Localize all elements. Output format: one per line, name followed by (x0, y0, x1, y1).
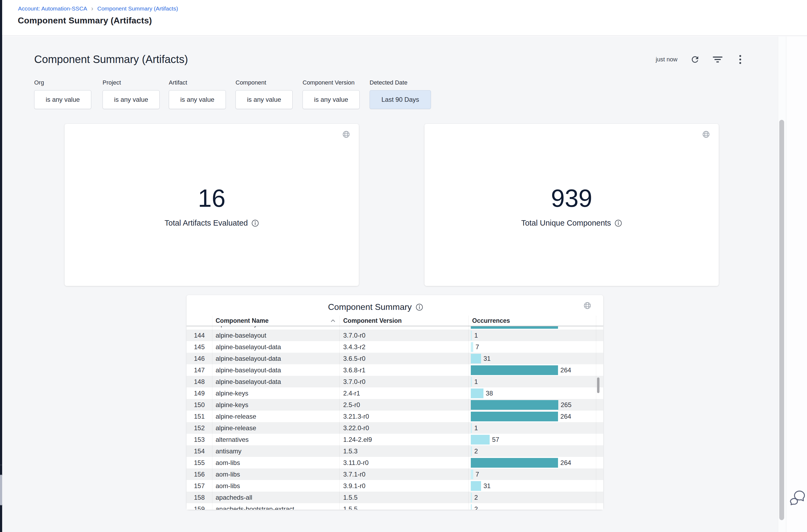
component-name-cell: aom-libs (212, 471, 340, 478)
component-summary-table-card: Component Summary Component Name Compone… (187, 295, 603, 510)
table-scrollbar-thumb[interactable] (597, 378, 599, 393)
component-version-cell: 3.9.1-r0 (340, 482, 468, 490)
table-row: 152alpine-release3.22.0-r01 (187, 422, 603, 434)
table-row: 153alternatives1.24-2.el957 (187, 434, 603, 445)
table-row: 156aom-libs3.7.1-r07 (187, 469, 603, 480)
column-header-component-version[interactable]: Component Version (340, 316, 468, 326)
row-index-cell: 146 (187, 355, 212, 362)
table-row: 150alpine-keys2.5-r0265 (187, 399, 603, 411)
stat-card-total-artifacts: 16 Total Artifacts Evaluated (64, 124, 359, 286)
filter-value-button-org[interactable]: is any value (34, 90, 91, 109)
occurrence-bar (471, 330, 472, 340)
info-icon[interactable] (251, 220, 259, 227)
table-row: 151alpine-release3.21.3-r0264 (187, 411, 603, 422)
occurrences-cell: 1 (468, 376, 603, 387)
component-name-cell: alpine-baselayout-data (212, 355, 340, 362)
component-name-cell: alpine-baselayout-data (212, 378, 340, 385)
occurrence-value: 31 (483, 482, 491, 490)
main-scrollbar-thumb[interactable] (779, 120, 784, 520)
column-header-component-name[interactable]: Component Name (212, 316, 340, 326)
component-name-cell: apacheds-all (212, 494, 340, 501)
info-icon[interactable] (416, 303, 423, 311)
refresh-button[interactable] (690, 54, 700, 64)
component-version-cell: 2.4-r1 (340, 390, 468, 397)
occurrence-bar (471, 354, 481, 363)
refresh-icon (690, 55, 700, 64)
occurrence-bar (471, 446, 472, 456)
breadcrumb-account-link[interactable]: Account: Automation-SSCA (18, 5, 87, 12)
occurrence-value: 265 (561, 401, 572, 409)
table-row: 149alpine-keys2.4-r138 (187, 387, 603, 399)
component-name-cell: alpine-release (212, 413, 340, 420)
top-bar: Account: Automation-SSCA › Component Sum… (2, 0, 807, 36)
filter-icon (712, 55, 723, 64)
occurrences-cell: 7 (468, 341, 603, 353)
row-index-cell: 153 (187, 436, 212, 443)
occurrence-value: 7 (476, 471, 479, 478)
component-version-cell: 3.7.0-r0 (340, 332, 468, 339)
filter-group-detected-date: Detected Date Last 90 Days (370, 79, 431, 109)
component-name-cell: alpine-baselayout-data (212, 343, 340, 351)
kpi-label: Total Artifacts Evaluated (165, 218, 248, 228)
kebab-menu-icon (739, 55, 741, 64)
filter-value-button-detected-date[interactable]: Last 90 Days (370, 90, 431, 109)
component-version-cell: 3.6.8-r1 (340, 326, 468, 328)
dashboard-filters-button[interactable] (712, 54, 723, 64)
occurrence-value: 264 (560, 459, 571, 467)
kpi-label: Total Unique Components (521, 218, 611, 228)
left-nav-scrollbar-thumb[interactable] (0, 475, 2, 505)
table-row: 155aom-libs3.11.0-r0264 (187, 457, 603, 469)
table-row: 159apacheds-bootstrap-extract1.5.52 (187, 503, 603, 510)
occurrences-cell: 1 (468, 329, 603, 341)
component-version-cell: 3.21.3-r0 (340, 413, 468, 420)
occurrence-value: 2 (474, 448, 478, 455)
table-card-title: Component Summary (328, 302, 411, 312)
app-window: Account: Automation-SSCA › Component Sum… (0, 0, 807, 532)
occurrences-cell: 38 (468, 387, 603, 399)
dashboard-more-menu-button[interactable] (735, 54, 745, 64)
breadcrumb-current-link[interactable]: Component Summary (Artifacts) (97, 5, 178, 12)
row-index-cell: 156 (187, 471, 212, 478)
filter-value-button-artifact[interactable]: is any value (169, 90, 226, 109)
filter-value-button-component-version[interactable]: is any value (303, 90, 360, 109)
chat-support-icon[interactable] (790, 490, 805, 506)
occurrence-bar (471, 504, 472, 510)
occurrences-cell: 264 (468, 326, 603, 329)
occurrences-cell: 31 (468, 353, 603, 364)
info-icon[interactable] (615, 220, 622, 227)
filter-value-button-project[interactable]: is any value (102, 90, 160, 109)
occurrences-cell: 264 (468, 364, 603, 376)
row-index-cell: 143 (187, 326, 212, 328)
table-header: Component Name Component Version Occurre… (187, 316, 603, 326)
component-version-cell: 1.24-2.el9 (340, 436, 468, 443)
component-version-cell: 1.5.5 (340, 505, 468, 510)
right-gutter (786, 37, 807, 532)
component-name-cell: aom-libs (212, 482, 340, 490)
column-header-occurrences[interactable]: Occurrences (468, 316, 596, 326)
component-version-cell: 2.5-r0 (340, 401, 468, 409)
row-index-cell: 157 (187, 482, 212, 490)
component-name-cell: aom-libs (212, 459, 340, 467)
globe-icon (702, 130, 710, 138)
globe-icon (342, 130, 350, 138)
globe-icon (583, 302, 591, 310)
occurrence-bar (471, 458, 558, 468)
occurrence-bar (471, 388, 483, 398)
occurrence-bar (471, 326, 558, 329)
breadcrumb-separator-icon: › (91, 6, 93, 12)
occurrence-value: 57 (492, 436, 499, 443)
occurrence-bar (471, 400, 558, 410)
occurrence-value: 264 (560, 413, 571, 420)
filter-group-component-version: Component Version is any value (303, 79, 360, 109)
table-body: 143alpine-baselayout3.6.8-r1264144alpine… (187, 326, 603, 510)
filter-label: Component (235, 79, 293, 86)
left-nav-strip (0, 0, 2, 532)
filter-group-artifact: Artifact is any value (169, 79, 226, 109)
table-row: 154antisamy1.5.32 (187, 445, 603, 457)
filter-label: Org (34, 79, 91, 86)
occurrences-cell: 31 (468, 480, 603, 492)
component-version-cell: 3.4.3-r2 (340, 343, 468, 351)
filter-value-button-component[interactable]: is any value (235, 90, 293, 109)
filter-label: Project (102, 79, 160, 86)
occurrences-cell: 264 (468, 411, 603, 422)
